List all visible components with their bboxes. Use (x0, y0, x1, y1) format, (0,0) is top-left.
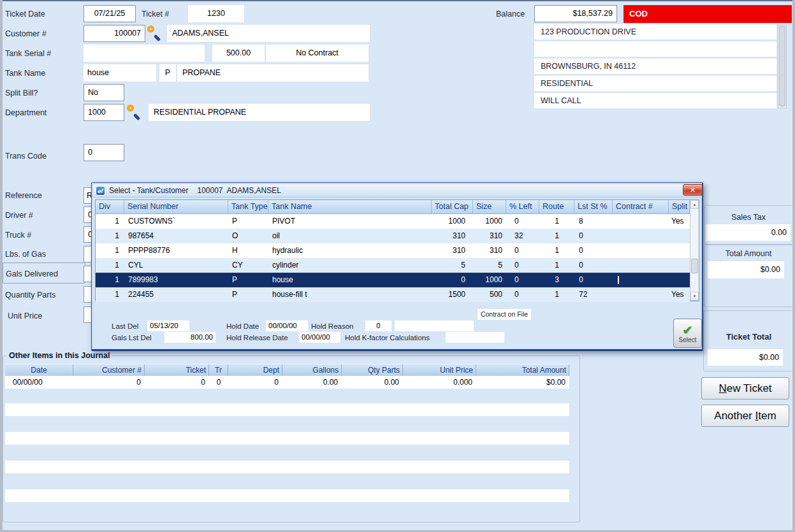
quantity-parts-label: Quantity Parts (5, 291, 55, 299)
tank-grid-cell: 0 (574, 243, 613, 258)
department-search-icon[interactable] (126, 104, 142, 121)
journal-column-header: Unit Price (403, 364, 476, 376)
tank-grid-column-header[interactable]: Split (669, 200, 690, 213)
select-button-label: Select (679, 336, 697, 343)
journal-column-header: Tr (209, 364, 228, 376)
tank-grid-column-header[interactable]: Size (473, 200, 506, 213)
button-text: ew Ticket (727, 382, 772, 395)
tank-grid-row[interactable]: 1CUSTOWNS`PPIVOT10001000018Yes (96, 214, 690, 229)
tank-grid-column-header[interactable]: Route (539, 200, 574, 213)
tank-grid-cell: O (228, 229, 268, 243)
tank-grid-cell (613, 229, 669, 243)
tank-serial-value (84, 45, 205, 62)
balance-value: $18,537.29 (534, 5, 617, 22)
tank-name-label: Tank Name (5, 69, 45, 78)
scroll-up-icon[interactable]: ▲ (690, 200, 699, 209)
hold-kfactor-label: Hold K-factor Calculations (345, 333, 430, 343)
tank-grid-cell: 310 (473, 243, 506, 258)
journal-empty-row (5, 461, 569, 473)
tank-grid-row[interactable]: 1PPPP88776Hhydraulic310310010 (96, 243, 690, 258)
tank-grid-cell (613, 258, 669, 273)
magnifier-handle (133, 113, 140, 120)
tank-grid-cell: 1500 (432, 287, 473, 302)
customer-number-label: Customer # (5, 29, 47, 38)
tank-capacity-value: 500.00 (212, 45, 265, 62)
tank-grid-column-header[interactable]: Div (96, 200, 124, 213)
tank-grid-cell: 1 (96, 287, 124, 302)
hold-date-value: 00/00/00 (266, 320, 308, 331)
split-bill-field[interactable]: No (84, 84, 124, 101)
address-line: RESIDENTIAL (534, 76, 777, 91)
unit-price-label: Unit Price (8, 312, 42, 320)
tank-grid-cell (669, 243, 690, 258)
tank-grid-cell: 987654 (124, 229, 228, 243)
trans-code-field[interactable]: 0 (84, 144, 124, 161)
tank-grid-cell: 0 (506, 243, 539, 258)
gals-lst-del-value: 800.00 (164, 332, 215, 343)
truck-number-label: Truck # (5, 231, 31, 240)
tank-grid-column-header[interactable]: Lst St % (574, 200, 613, 213)
product-name-value: PROPANE (177, 64, 368, 82)
select-button[interactable]: ✔ Select (673, 319, 702, 348)
journal-cell: 0 (209, 376, 228, 389)
tank-grid-column-header[interactable]: % Left (506, 200, 539, 213)
magnifier-handle (154, 34, 161, 41)
another-item-button[interactable]: Another Item (701, 405, 789, 427)
department-field[interactable]: 1000 (84, 104, 124, 121)
customer-search-icon[interactable] (147, 25, 162, 42)
split-bill-label: Split Bill? (5, 89, 38, 97)
journal-title: Other Items in this Journal (6, 351, 112, 360)
app-logo-icon: ef (96, 186, 105, 196)
tank-grid-cell: 0 (432, 273, 473, 287)
scrollbar-thumb[interactable] (691, 259, 698, 273)
tank-grid-column-header[interactable]: Contract # (613, 200, 669, 213)
ticket-total-value: $0.00 (708, 349, 783, 366)
tank-grid-row[interactable]: 1224455Phouse-fill t15005000172Yes (96, 287, 690, 302)
tank-grid-row[interactable]: 17899983Phouse01000030 (96, 273, 690, 287)
journal-cell: 00/00/00 (5, 376, 73, 389)
tank-grid-cell: 1 (539, 214, 574, 229)
tank-serial-label: Tank Serial # (5, 49, 51, 58)
button-text: tem (758, 410, 776, 422)
journal-empty-row (5, 403, 569, 416)
tank-grid-column-header[interactable]: Serial Number (124, 200, 228, 213)
new-ticket-button[interactable]: New Ticket (701, 377, 789, 399)
address-scrollbar[interactable] (778, 25, 787, 108)
journal-column-header: Ticket (145, 364, 209, 376)
tank-grid-cell: 310 (473, 229, 506, 243)
total-amount-value: $0.00 (708, 261, 784, 278)
tank-grid-column-header[interactable]: Tank Type (228, 200, 268, 213)
tank-grid-cell (613, 287, 669, 302)
trans-code-label: Trans Code (5, 152, 47, 161)
hold-date-label: Hold Date (226, 321, 259, 331)
select-tank-dialog: ef Select - Tank/Customer 100007 ADAMS,A… (91, 182, 703, 351)
department-name-value: RESIDENTIAL PROPANE (149, 104, 370, 121)
tank-grid-column-header[interactable]: Total Cap (432, 200, 473, 213)
scroll-down-icon[interactable]: ▼ (690, 292, 699, 301)
driver-number-label: Driver # (5, 211, 33, 220)
tank-grid-cell: 1 (539, 258, 574, 273)
tank-grid-row[interactable]: 1987654Ooil3103103210 (96, 229, 690, 243)
tank-grid-cell: 0 (506, 258, 539, 273)
check-icon: ✔ (682, 324, 693, 336)
tank-grid-row[interactable]: 1CYLCYcylinder55010 (96, 258, 690, 273)
journal-cell: 0.000 (403, 376, 476, 389)
ticket-date-field[interactable]: 07/21/25 (84, 5, 136, 22)
journal-empty-row (5, 489, 569, 502)
close-icon[interactable]: ✕ (683, 184, 703, 196)
address-line (534, 41, 777, 57)
product-code-value: P (159, 64, 176, 82)
customer-number-field[interactable]: 100007 (84, 25, 145, 42)
tank-grid-cell: PIVOT (268, 214, 432, 229)
magnifier-ring (147, 25, 154, 32)
contract-on-file-field: Contract on File (478, 309, 531, 320)
tank-grid-cell: 1 (96, 229, 124, 243)
scrollbar-thumb[interactable] (779, 26, 785, 106)
tank-grid-scrollbar[interactable]: ▲ ▼ (690, 200, 699, 301)
dialog-title: Select - Tank/Customer (109, 186, 189, 195)
hold-kfactor-field (446, 332, 504, 343)
dialog-titlebar[interactable]: ef Select - Tank/Customer 100007 ADAMS,A… (93, 184, 701, 198)
journal-column-header: Dept (228, 364, 282, 376)
tank-grid-cell: Yes (669, 287, 690, 302)
tank-grid-column-header[interactable]: Tank Name (268, 200, 432, 213)
